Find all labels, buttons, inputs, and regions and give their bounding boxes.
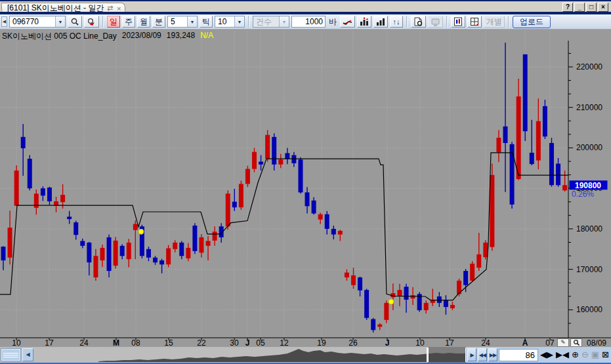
chevron-down-icon[interactable]: ▼ xyxy=(234,16,244,27)
search-return-icon xyxy=(87,17,96,26)
toolbar-scroll-left-icon[interactable]: ◀ xyxy=(1,16,7,27)
tick-button[interactable]: 틱 xyxy=(200,16,213,28)
step-forward-button[interactable]: ▶ xyxy=(467,348,476,361)
svg-text:0.26%: 0.26% xyxy=(572,190,594,199)
svg-text:12: 12 xyxy=(280,338,289,347)
svg-text:170000: 170000 xyxy=(576,265,602,274)
up-down-arrows-icon: ↑↓ xyxy=(393,18,400,26)
separator xyxy=(248,16,249,28)
minute-combo[interactable]: 5 ▼ xyxy=(167,16,198,28)
separator xyxy=(406,16,408,28)
svg-text:10: 10 xyxy=(415,338,425,347)
svg-text:210000: 210000 xyxy=(576,103,602,112)
count-label: 건수 xyxy=(253,16,279,28)
screen-capture-button-disabled xyxy=(428,16,443,28)
svg-text:05: 05 xyxy=(256,338,265,347)
chart-date: 2023/08/09 xyxy=(122,31,161,40)
chart-title: SK이노베이션 005 OC Line_Day xyxy=(2,31,117,40)
nav-panel: ▶ ◀◀ ▶▶ ◀▶ ▶◀ ⊕ ⊖ ▣ ⊠ xyxy=(466,347,611,363)
chart-header: SK이노베이션 005 OC Line_Day 2023/08/09 193,2… xyxy=(2,31,213,40)
svg-text:180000: 180000 xyxy=(576,224,602,233)
symbol-combo[interactable]: 096770 ▼ xyxy=(9,16,66,28)
trend-tool-button[interactable] xyxy=(340,16,355,28)
scrollbar-thumb[interactable] xyxy=(1,348,21,361)
tick-combo[interactable]: 10 ▼ xyxy=(215,16,245,28)
minute-value: 5 xyxy=(168,17,187,26)
chevron-down-icon: ▼ xyxy=(279,16,289,27)
help-button[interactable]: ? xyxy=(562,3,573,12)
maximize-button[interactable]: □ xyxy=(586,3,597,12)
pencil-icon: ✎ xyxy=(560,339,566,346)
symbol-code: 096770 xyxy=(10,17,55,26)
draw-tool-button[interactable]: ✎ xyxy=(557,338,569,347)
scroll-left-button[interactable]: ◀ xyxy=(22,348,33,361)
upload-button[interactable]: 업로드 xyxy=(513,16,551,28)
zoom-in-icon[interactable]: ⊕ xyxy=(571,348,579,361)
svg-text:08: 08 xyxy=(131,338,140,347)
tick-value: 10 xyxy=(215,17,234,26)
svg-text:17: 17 xyxy=(445,338,454,347)
range-handle-left[interactable] xyxy=(427,348,429,362)
svg-text:200000: 200000 xyxy=(576,143,602,152)
bars-alert-icon xyxy=(360,17,369,26)
svg-text:15: 15 xyxy=(164,338,173,347)
svg-text:17: 17 xyxy=(45,338,54,347)
svg-text:22: 22 xyxy=(197,338,206,347)
separator xyxy=(102,16,104,28)
grid-table-icon xyxy=(470,17,479,26)
svg-text:190800: 190800 xyxy=(575,181,601,190)
copy-page-button[interactable] xyxy=(411,16,426,28)
left-arrow-icon: ◀ xyxy=(26,352,30,357)
svg-text:J: J xyxy=(385,338,390,347)
bar-chart-icon xyxy=(376,17,385,26)
svg-text:08/09: 08/09 xyxy=(587,338,606,347)
search-recall-button[interactable] xyxy=(84,16,99,28)
title-strip: [6101] SK이노베이션 - 일간 ⇄ × ? _ □ × xyxy=(0,0,611,12)
search-button[interactable] xyxy=(68,16,82,28)
period-week-button[interactable]: 주 xyxy=(122,16,135,28)
fast-forward-button[interactable]: ▶▶ xyxy=(488,348,497,361)
fit-view-icon: ▣ xyxy=(591,348,600,361)
expand-range-icon[interactable]: ◀▶ xyxy=(539,348,554,361)
hts-window: { "window": { "tab_title": "[6101] SK이노베… xyxy=(0,0,611,364)
separator xyxy=(446,16,448,28)
zoom-out-icon: ⊖ xyxy=(581,348,589,361)
chevron-down-icon[interactable]: ▼ xyxy=(187,16,197,27)
grid-view-button[interactable] xyxy=(467,16,482,28)
tab-close-icon[interactable]: × xyxy=(117,5,121,12)
axis-zoom-button[interactable] xyxy=(570,338,582,347)
period-month-button[interactable]: 월 xyxy=(137,16,150,28)
indicator-value: 193,248 xyxy=(167,31,195,40)
collapse-range-icon[interactable]: ▶◀ xyxy=(555,348,570,361)
separator xyxy=(508,16,509,28)
svg-text:24: 24 xyxy=(79,338,89,347)
sort-button[interactable]: ↑↓ xyxy=(390,16,403,28)
bars-signal-button[interactable] xyxy=(357,16,371,28)
chart-canvas[interactable]: 1600001700001800001900002000002100002200… xyxy=(0,30,611,347)
minimize-button[interactable]: _ xyxy=(574,3,585,12)
svg-text:J: J xyxy=(245,338,250,347)
period-day-button[interactable]: 일 xyxy=(107,16,120,28)
bar-suffix-label: 바 xyxy=(327,16,338,28)
chart-report-button[interactable] xyxy=(451,16,465,28)
chevron-down-icon[interactable]: ▼ xyxy=(55,16,65,27)
document-chart-icon xyxy=(453,17,463,26)
window-controls: ? _ □ × xyxy=(562,3,608,12)
bars-button[interactable] xyxy=(373,16,388,28)
indicator-na: N/A xyxy=(200,31,213,40)
svg-text:07: 07 xyxy=(545,338,555,347)
search-icon xyxy=(70,17,79,26)
svg-text:26: 26 xyxy=(348,338,358,347)
svg-text:24: 24 xyxy=(481,338,490,347)
svg-text:A: A xyxy=(522,338,528,347)
document-copy-icon xyxy=(413,17,423,26)
close-panel-icon[interactable]: ⊠ xyxy=(601,348,610,361)
visible-bars-input[interactable] xyxy=(499,349,538,361)
trend-line-icon xyxy=(343,17,352,26)
toolbar: ◀ 096770 ▼ 일 주 월 분 5 ▼ 틱 10 ▼ 건수 ▼ 바 ↑↓ xyxy=(0,14,611,30)
close-button[interactable]: × xyxy=(598,3,608,12)
rewind-button[interactable]: ◀◀ xyxy=(478,348,487,361)
period-minute-button[interactable]: 분 xyxy=(152,16,165,28)
tv-icon xyxy=(431,17,440,26)
bar-count-input[interactable] xyxy=(291,16,326,28)
